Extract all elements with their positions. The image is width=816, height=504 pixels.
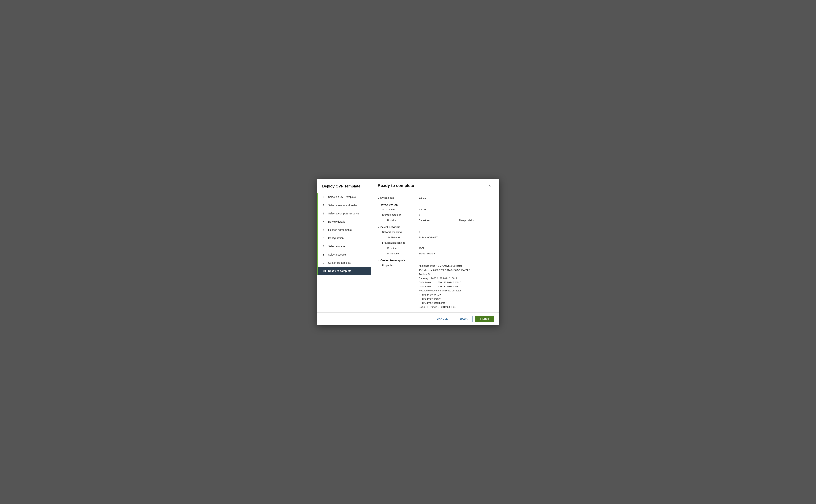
sidebar-item-9[interactable]: 9 Customize template bbox=[317, 259, 371, 267]
step-num-3: 3 bbox=[323, 212, 327, 215]
step-num-7: 7 bbox=[323, 245, 327, 248]
ip-allocation-label: IP allocation bbox=[378, 252, 419, 255]
sidebar-item-10[interactable]: 10 Ready to complete bbox=[317, 267, 371, 275]
property-line: HTTPS Proxy Port = bbox=[419, 297, 492, 301]
all-disks-value: Datastore: bbox=[419, 219, 459, 222]
property-line: HTTPS Proxy URL = bbox=[419, 293, 492, 297]
property-line: IP Address = 2620:1232:9014:3106:52:104:… bbox=[419, 268, 492, 272]
step-num-8: 8 bbox=[323, 253, 327, 256]
main-content: Ready to complete × Download size 2.6 GB… bbox=[371, 179, 499, 312]
size-on-disk-row: Size on disk 5.7 GB bbox=[378, 207, 492, 212]
property-line: DNS Server 2 = 2620:132:9014:3224::51 bbox=[419, 285, 492, 289]
properties-row: Properties Appliance Type = VM Analytics… bbox=[378, 263, 492, 310]
network-mapping-row: Network mapping 1 bbox=[378, 229, 492, 235]
step-label-8: Select networks bbox=[328, 253, 347, 256]
property-line: Prefix = 64 bbox=[419, 272, 492, 276]
size-on-disk-label: Size on disk bbox=[378, 208, 419, 211]
step-label-9: Customize template bbox=[328, 261, 351, 264]
sidebar-item-2[interactable]: 2 Select a name and folder bbox=[317, 201, 371, 209]
back-button[interactable]: BACK bbox=[455, 316, 473, 322]
sidebar-title: Deploy OVF Template bbox=[317, 184, 371, 193]
properties-label: Properties bbox=[378, 264, 419, 309]
vm-network-label: VM Network bbox=[378, 236, 419, 239]
property-line: DNS Server 1 = 2620:132:9014:3240::51 bbox=[419, 280, 492, 285]
step-label-5: License agreements bbox=[328, 228, 352, 232]
dialog-body: Deploy OVF Template 1 Select an OVF temp… bbox=[317, 179, 499, 312]
main-header: Ready to complete × bbox=[371, 179, 499, 191]
sidebar-item-1[interactable]: 1 Select an OVF template bbox=[317, 193, 371, 201]
step-num-2: 2 bbox=[323, 204, 327, 207]
storage-mapping-row: Storage mapping 1 bbox=[378, 212, 492, 218]
network-mapping-label: Network mapping bbox=[378, 231, 419, 233]
sidebar-item-6[interactable]: 6 Configuration bbox=[317, 234, 371, 242]
sidebar-item-4[interactable]: 4 Review details bbox=[317, 218, 371, 226]
customize-template-title: Customize template bbox=[381, 259, 405, 262]
ip-protocol-label: IP protocol bbox=[378, 247, 419, 250]
vm-network-row: VM Network 3rdMan-VM-NET bbox=[378, 235, 492, 240]
storage-mapping-value: 1 bbox=[419, 214, 492, 216]
property-line: Docker IP Range = 2001:db8:1::/64 bbox=[419, 305, 492, 309]
chevron-down-icon: ⌄ bbox=[378, 203, 379, 206]
select-storage-header: ⌄ Select storage bbox=[378, 200, 492, 207]
network-mapping-value: 1 bbox=[419, 231, 492, 233]
download-size-label: Download size bbox=[378, 196, 419, 199]
page-title: Ready to complete bbox=[378, 183, 414, 188]
ip-protocol-value: IPV4 bbox=[419, 247, 492, 250]
select-networks-title: Select networks bbox=[381, 226, 400, 229]
property-line: Appliance Type = VM Analytics Collector bbox=[419, 264, 492, 268]
customize-template-header: ⌄ Customize template bbox=[378, 256, 492, 263]
download-size-value: 2.6 GB bbox=[419, 196, 492, 199]
step-label-4: Review details bbox=[328, 220, 345, 223]
ip-protocol-row: IP protocol IPV4 bbox=[378, 245, 492, 251]
select-networks-header: ⌄ Select networks bbox=[378, 223, 492, 229]
all-disks-row: All disks Datastore: Thin provision bbox=[378, 218, 492, 223]
sidebar-item-7[interactable]: 7 Select storage bbox=[317, 242, 371, 251]
sidebar-item-5[interactable]: 5 License agreements bbox=[317, 226, 371, 234]
step-label-7: Select storage bbox=[328, 245, 345, 248]
property-line: Gateway = 2620:1232:9014:3106::1 bbox=[419, 276, 492, 280]
ip-allocation-value: Static - Manual bbox=[419, 252, 492, 255]
main-scroll-area: Download size 2.6 GB ⌄ Select storage Si… bbox=[371, 191, 499, 312]
properties-value: Appliance Type = VM Analytics CollectorI… bbox=[419, 264, 492, 309]
storage-mapping-label: Storage mapping bbox=[378, 214, 419, 216]
step-num-6: 6 bbox=[323, 236, 327, 240]
step-num-5: 5 bbox=[323, 228, 327, 232]
all-disks-label: All disks bbox=[378, 219, 419, 222]
step-label-10: Ready to complete bbox=[328, 269, 351, 273]
step-num-1: 1 bbox=[323, 195, 327, 199]
finish-button[interactable]: FINISH bbox=[475, 316, 494, 322]
close-button[interactable]: × bbox=[487, 183, 492, 188]
select-storage-title: Select storage bbox=[381, 203, 398, 206]
chevron-down-icon-3: ⌄ bbox=[378, 259, 379, 262]
size-on-disk-value: 5.7 GB bbox=[419, 208, 492, 211]
property-line: Hostname = ipv6-vm-analytics-collector bbox=[419, 289, 492, 293]
step-num-9: 9 bbox=[323, 261, 327, 264]
property-line: HTTPS Proxy Username = bbox=[419, 301, 492, 305]
deploy-ovf-dialog: Deploy OVF Template 1 Select an OVF temp… bbox=[317, 179, 499, 325]
dialog-footer: CANCEL BACK FINISH bbox=[317, 312, 499, 325]
cancel-button[interactable]: CANCEL bbox=[432, 316, 453, 322]
download-size-row: Download size 2.6 GB bbox=[378, 195, 492, 200]
all-disks-provision: Thin provision bbox=[459, 219, 492, 222]
ip-allocation-settings-label: IP allocation settings bbox=[378, 241, 419, 244]
step-num-10: 10 bbox=[323, 269, 327, 273]
step-label-2: Select a name and folder bbox=[328, 204, 357, 207]
ip-allocation-row: IP allocation Static - Manual bbox=[378, 251, 492, 256]
sidebar-item-8[interactable]: 8 Select networks bbox=[317, 251, 371, 259]
step-label-3: Select a compute resource bbox=[328, 212, 359, 215]
sidebar-item-3[interactable]: 3 Select a compute resource bbox=[317, 209, 371, 218]
chevron-down-icon-2: ⌄ bbox=[378, 226, 379, 228]
ip-allocation-settings-row: IP allocation settings bbox=[378, 240, 492, 245]
vm-network-value: 3rdMan-VM-NET bbox=[419, 236, 492, 239]
sidebar: Deploy OVF Template 1 Select an OVF temp… bbox=[317, 179, 371, 312]
step-num-4: 4 bbox=[323, 220, 327, 223]
step-label-6: Configuration bbox=[328, 236, 344, 240]
step-label-1: Select an OVF template bbox=[328, 195, 356, 199]
